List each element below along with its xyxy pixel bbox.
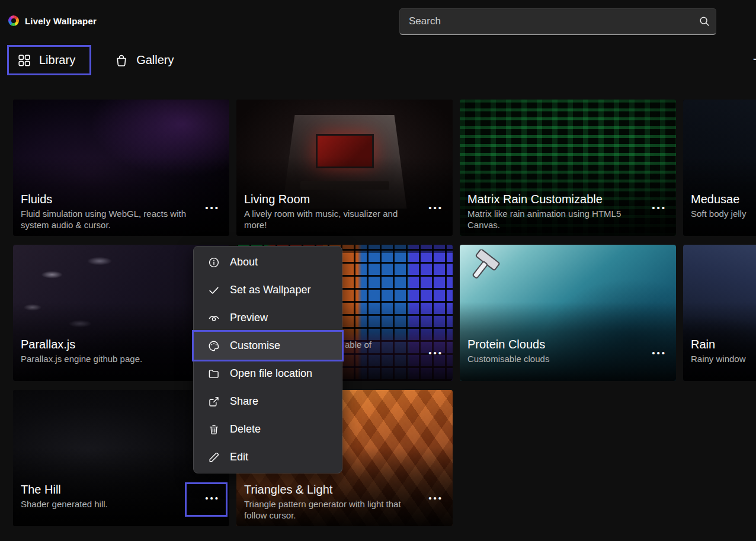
more-options-button[interactable]: ••• xyxy=(205,204,220,212)
wallpaper-grid: Fluids Fluid simulation using WebGL, rea… xyxy=(13,100,756,526)
card-living-room[interactable]: Living Room A lively room with music, vi… xyxy=(236,100,453,236)
tab-library-label: Library xyxy=(39,53,75,67)
card-meta: Matrix Rain Customizable Matrix like rai… xyxy=(467,192,639,231)
card-meta: Rain Rainy window xyxy=(691,337,756,376)
tab-library[interactable]: Library xyxy=(7,45,91,75)
card-meta: Living Room A lively room with music, vi… xyxy=(244,192,416,231)
app-logo-icon xyxy=(8,15,19,26)
more-options-button[interactable]: ••• xyxy=(428,349,443,357)
card-meta: The Hill Shader generated hill. xyxy=(21,482,193,521)
card-title: The Hill xyxy=(21,482,193,497)
palette-icon xyxy=(207,340,220,352)
card-description: Customisable clouds xyxy=(467,353,639,376)
card-description: Triangle pattern generator with light th… xyxy=(244,498,416,521)
menu-item-open-file-location[interactable]: Open file location xyxy=(194,360,342,388)
card-title: Medusae xyxy=(691,192,756,206)
menu-item-customise[interactable]: Customise xyxy=(194,332,342,360)
card-rain[interactable]: Rain Rainy window ••• xyxy=(683,245,756,381)
menu-item-share[interactable]: Share xyxy=(194,388,342,415)
menu-item-set-as-wallpaper[interactable]: Set as Wallpaper xyxy=(194,276,342,304)
context-menu: About Set as Wallpaper Preview C xyxy=(193,246,342,473)
card-title: Matrix Rain Customizable xyxy=(467,192,639,206)
card-title: Living Room xyxy=(244,192,416,206)
more-options-button[interactable]: ••• xyxy=(428,204,443,212)
share-icon xyxy=(207,396,220,408)
card-description: Matrix like rain animation using HTML5 C… xyxy=(467,208,639,231)
menu-item-delete[interactable]: Delete xyxy=(194,415,342,443)
search-icon[interactable] xyxy=(693,15,716,27)
tab-gallery-label: Gallery xyxy=(136,53,174,67)
menu-item-label: Share xyxy=(230,395,258,408)
tab-gallery[interactable]: Gallery xyxy=(109,45,180,75)
menu-item-label: Customise xyxy=(230,340,280,352)
card-description: Parallax.js engine github page. xyxy=(21,353,193,376)
card-title: Triangles & Light xyxy=(244,482,416,497)
info-icon xyxy=(207,257,220,268)
card-description: Rainy window xyxy=(691,353,756,376)
nav-tabs: Library Gallery xyxy=(7,45,180,75)
card-meta: Fluids Fluid simulation using WebGL, rea… xyxy=(21,192,193,231)
menu-item-label: Delete xyxy=(230,423,261,436)
search-box[interactable] xyxy=(399,8,716,35)
menu-item-label: About xyxy=(230,256,258,268)
check-icon xyxy=(207,284,220,296)
search-input[interactable] xyxy=(400,15,693,27)
menu-item-label: Open file location xyxy=(230,367,312,380)
card-protein-clouds[interactable]: Protein Clouds Customisable clouds ••• xyxy=(460,245,676,381)
card-meta: Protein Clouds Customisable clouds xyxy=(467,337,639,376)
card-fluids[interactable]: Fluids Fluid simulation using WebGL, rea… xyxy=(13,100,229,236)
card-description: Shader generated hill. xyxy=(21,498,193,521)
card-meta: Triangles & Light Triangle pattern gener… xyxy=(244,482,416,521)
menu-item-label: Preview xyxy=(230,312,268,324)
trash-icon xyxy=(207,424,220,436)
card-title: Fluids xyxy=(21,192,193,206)
card-title: Protein Clouds xyxy=(467,337,639,351)
gallery-bag-icon xyxy=(115,54,128,67)
more-options-button[interactable]: ••• xyxy=(652,204,667,212)
card-medusae[interactable]: Medusae Soft body jelly ••• xyxy=(683,100,756,236)
menu-item-preview[interactable]: Preview xyxy=(194,304,342,332)
library-grid-icon xyxy=(18,54,31,67)
menu-item-label: Set as Wallpaper xyxy=(230,284,310,296)
more-options-button[interactable]: ••• xyxy=(652,349,667,357)
menu-item-label: Edit xyxy=(230,451,248,463)
more-options-button[interactable]: ••• xyxy=(428,494,443,502)
card-description: A lively room with music, visualizer and… xyxy=(244,208,416,231)
card-title: Rain xyxy=(691,337,756,351)
card-description: Fluid simulation using WebGL, reacts wit… xyxy=(21,208,193,231)
pencil-icon xyxy=(207,452,220,463)
card-title: Parallax.js xyxy=(21,337,193,351)
card-meta: Medusae Soft body jelly xyxy=(691,192,756,231)
eye-icon xyxy=(207,312,220,324)
folder-icon xyxy=(207,368,220,380)
card-matrix-rain[interactable]: Matrix Rain Customizable Matrix like rai… xyxy=(460,100,676,236)
menu-item-about[interactable]: About xyxy=(194,248,342,276)
more-options-button[interactable]: ••• xyxy=(205,494,220,502)
menu-item-edit[interactable]: Edit xyxy=(194,443,342,471)
add-wallpaper-button[interactable]: + xyxy=(750,50,756,68)
app-title: Lively Wallpaper xyxy=(25,16,97,26)
titlebar: Lively Wallpaper xyxy=(8,15,97,26)
card-meta: Parallax.js Parallax.js engine github pa… xyxy=(21,337,193,376)
card-description: Soft body jelly xyxy=(691,208,756,231)
